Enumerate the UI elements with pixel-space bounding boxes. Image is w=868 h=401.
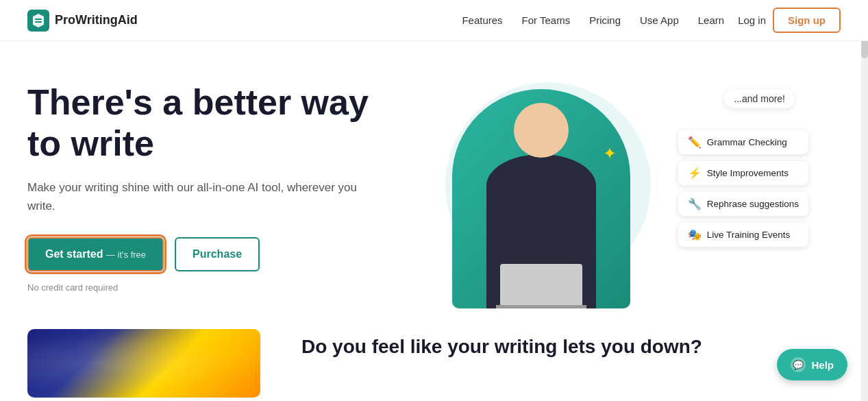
feature-pills: ✏️ Grammar Checking ⚡ Style Improvements… xyxy=(678,130,808,247)
bottom-section: Do you feel like your writing lets you d… xyxy=(0,329,868,401)
logo-icon xyxy=(27,10,49,32)
logo-link[interactable]: ProWritingAid xyxy=(27,10,138,32)
nav-use-app[interactable]: Use App xyxy=(640,14,679,26)
get-started-button[interactable]: Get started — it's free xyxy=(27,237,164,271)
nav-learn[interactable]: Learn xyxy=(698,14,724,26)
style-icon: ⚡ xyxy=(688,167,702,180)
more-bubble: ...and more! xyxy=(724,89,795,108)
bottom-artwork xyxy=(27,329,260,398)
person-torso xyxy=(486,154,596,308)
nav-links: Features For Teams Pricing Use App Learn xyxy=(462,14,724,26)
bottom-right: Do you feel like your writing lets you d… xyxy=(301,329,841,358)
hero-title: There's a better way to write xyxy=(27,82,384,165)
brand-name: ProWritingAid xyxy=(55,13,138,27)
artwork-swirl xyxy=(27,329,260,398)
hero-right: ✦ ...and more! ✏️ Grammar Checking ⚡ Sty… xyxy=(411,75,808,308)
help-label: Help xyxy=(811,359,834,371)
bottom-title: Do you feel like your writing lets you d… xyxy=(301,336,841,358)
signup-button[interactable]: Sign up xyxy=(773,8,841,33)
grammar-icon: ✏️ xyxy=(688,136,702,149)
laptop-base xyxy=(496,305,586,308)
bottom-left xyxy=(27,329,260,398)
training-label: Live Training Events xyxy=(707,230,791,240)
nav-features[interactable]: Features xyxy=(462,14,502,26)
purchase-button[interactable]: Purchase xyxy=(175,237,260,271)
nav-pricing[interactable]: Pricing xyxy=(589,14,621,26)
training-icon: 🎭 xyxy=(688,228,702,241)
style-label: Style Improvements xyxy=(707,168,789,178)
pill-style: ⚡ Style Improvements xyxy=(678,161,808,185)
hero-left: There's a better way to write Make your … xyxy=(27,75,384,293)
help-button[interactable]: 💬 Help xyxy=(777,349,847,380)
pill-rephrase: 🔧 Rephrase suggestions xyxy=(678,192,808,216)
cta-label: Get started xyxy=(45,248,103,260)
navbar: ProWritingAid Features For Teams Pricing… xyxy=(0,0,868,41)
no-credit-text: No credit card required xyxy=(27,282,384,293)
nav-for-teams[interactable]: For Teams xyxy=(522,14,571,26)
laptop-screen xyxy=(500,264,582,305)
help-icon: 💬 xyxy=(791,357,806,372)
cta-free-label: — it's free xyxy=(106,250,146,260)
rephrase-icon: 🔧 xyxy=(688,197,702,210)
pill-grammar: ✏️ Grammar Checking xyxy=(678,130,808,154)
laptop-illustration xyxy=(500,264,582,308)
scrollbar[interactable] xyxy=(861,0,868,401)
login-button[interactable]: Log in xyxy=(738,14,766,26)
hero-section: There's a better way to write Make your … xyxy=(0,41,868,322)
hero-buttons: Get started — it's free Purchase xyxy=(27,237,384,271)
grammar-label: Grammar Checking xyxy=(707,137,787,147)
sparkle-icon: ✦ xyxy=(603,144,617,163)
hero-subtitle: Make your writing shine with our all-in-… xyxy=(27,178,384,215)
person-face xyxy=(514,103,569,158)
pill-training: 🎭 Live Training Events xyxy=(678,223,808,247)
rephrase-label: Rephrase suggestions xyxy=(707,199,799,209)
person-illustration xyxy=(452,89,630,308)
